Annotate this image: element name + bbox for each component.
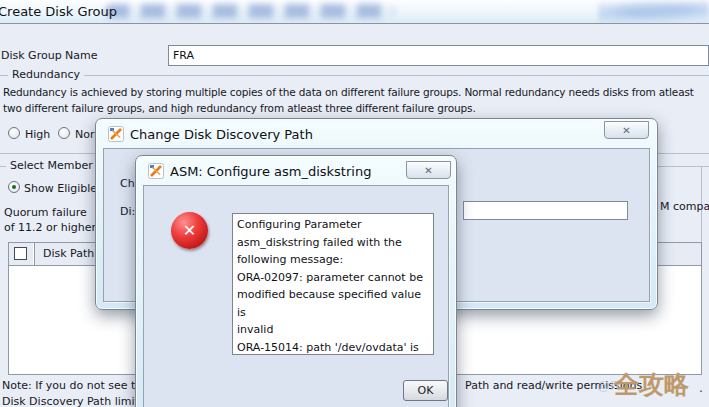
asm-compatibility-text-fragment: M compatibility — [660, 200, 709, 213]
dialog-title: Change Disk Discovery Path — [130, 127, 313, 142]
watermark: 全攻略 — [614, 368, 689, 401]
change-path-label-fragment: Ch — [120, 177, 135, 190]
note-text-left-line2: Disk Discovery Path limit — [2, 395, 139, 407]
disk-path-column-header[interactable]: Disk Path — [43, 247, 94, 260]
redundancy-group-label: Redundancy — [8, 68, 84, 81]
window-title: Create Disk Group — [0, 4, 117, 19]
app-icon — [148, 163, 164, 179]
select-all-checkbox[interactable] — [14, 247, 27, 260]
close-icon: ✕ — [622, 125, 630, 136]
radio-normal[interactable] — [58, 127, 70, 139]
redundancy-description-line1: Redundancy is achieved by storing multip… — [3, 86, 694, 98]
app-icon — [108, 126, 124, 142]
sentence-period: . — [699, 381, 703, 395]
titlebar-blur-decoration — [105, 4, 395, 18]
disk-discovery-path-input[interactable] — [463, 201, 628, 220]
select-all-header-cell — [9, 243, 35, 265]
radio-high-label: High — [25, 128, 50, 141]
close-icon: ✕ — [424, 165, 432, 176]
create-disk-group-window: Create Disk Group Disk Group Name Redund… — [0, 0, 709, 407]
dialog-title: ASM: Configure asm_diskstring — [170, 164, 371, 179]
error-icon-glyph: ✕ — [183, 221, 196, 240]
disk-discovery-path-label-fragment: Di: — [120, 205, 135, 218]
ok-button-label: OK — [418, 384, 434, 397]
error-icon: ✕ — [171, 212, 208, 249]
error-message: Configuring Parameter asm_diskstring fai… — [232, 213, 434, 355]
select-member-group-label: Select Member — [6, 159, 97, 172]
redundancy-group-border — [0, 75, 709, 76]
radio-show-eligible[interactable] — [8, 181, 20, 193]
radio-high[interactable] — [8, 127, 20, 139]
ok-button[interactable]: OK — [403, 380, 448, 401]
disk-group-name-label: Disk Group Name — [1, 49, 98, 62]
asm-configure-diskstring-dialog: ASM: Configure asm_diskstring ✕ ✕ Config… — [135, 155, 457, 407]
redundancy-description-line2: two different failure groups, and high r… — [3, 102, 476, 114]
radio-show-eligible-label: Show Eligible — [24, 182, 97, 195]
quorum-text-line2: of 11.2 or higher — [4, 221, 96, 234]
note-text-left-line1: Note: If you do not see t — [2, 379, 135, 392]
quorum-text-line1: Quorum failure — [4, 206, 87, 219]
disk-group-name-input[interactable] — [168, 45, 709, 66]
window-titlebar: Create Disk Group — [0, 0, 709, 24]
titlebar-blur-decoration-right — [598, 0, 709, 23]
close-button[interactable]: ✕ — [604, 121, 649, 139]
dialog-content-panel: ✕ Configuring Parameter asm_diskstring f… — [143, 185, 449, 407]
close-button[interactable]: ✕ — [406, 161, 451, 179]
